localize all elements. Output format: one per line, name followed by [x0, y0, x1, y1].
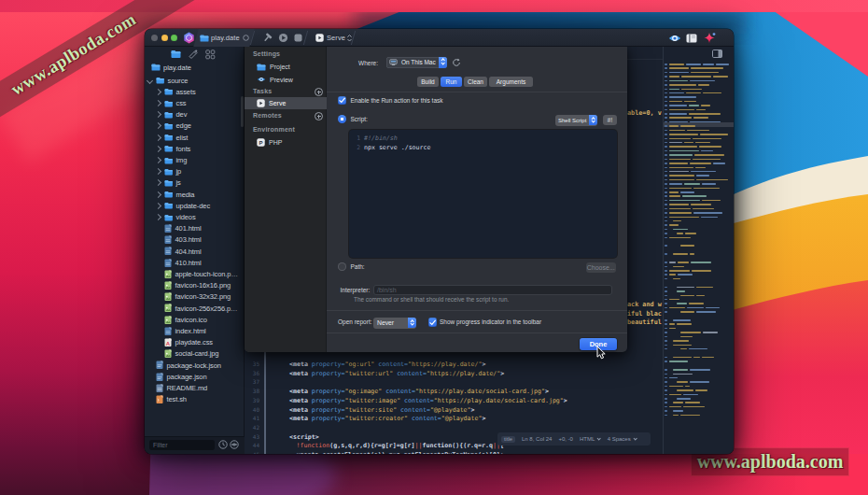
path-radio[interactable]	[338, 262, 347, 272]
sidebar-scrollbar[interactable]	[241, 96, 244, 127]
disclosure-chevron-icon[interactable]	[155, 100, 161, 106]
enable-run-checkbox[interactable]	[338, 96, 347, 106]
disclosure-chevron-icon[interactable]	[155, 146, 161, 152]
tab-clean[interactable]: Clean	[464, 77, 487, 87]
task-phase-tabs: BuildRunCleanArguments	[417, 77, 533, 87]
tree-item-package-json[interactable]: package.json	[145, 371, 247, 382]
tree-item-img[interactable]: img	[145, 154, 256, 165]
tree-item-readme-md[interactable]: README.md	[145, 382, 247, 393]
minimap-line	[692, 270, 711, 272]
script-line: #!/bin/sh	[364, 134, 398, 142]
minimap-line-number	[665, 204, 667, 205]
disclosure-chevron-icon[interactable]	[155, 157, 161, 163]
history-back-icon[interactable]	[219, 64, 225, 70]
language-selector[interactable]: HTML	[580, 436, 601, 442]
environment-item-php[interactable]: P PHP	[245, 136, 327, 148]
minimize-button[interactable]	[161, 35, 168, 41]
indentation-selector[interactable]: 4 Spaces	[608, 436, 637, 442]
tree-item-favicon-16x16-png[interactable]: favicon-16x16.png	[145, 280, 256, 291]
disclosure-chevron-icon[interactable]	[155, 179, 161, 186]
tree-item-410-html[interactable]: 410.html	[145, 257, 256, 268]
pane-switcher-icon[interactable]	[712, 50, 722, 58]
cursor-position[interactable]: Ln 8, Col 24	[522, 436, 552, 442]
tree-item-401-html[interactable]: 401.html	[145, 223, 256, 234]
refresh-icon[interactable]	[452, 58, 461, 67]
tree-item-favicon-32x32-png[interactable]: favicon-32x32.png	[145, 291, 256, 303]
preview-eye-icon[interactable]	[668, 34, 681, 43]
tree-item-favicon-256x256-p-[interactable]: favicon-256x256.p…	[145, 303, 256, 314]
filter-input[interactable]: Filter	[149, 440, 215, 450]
choose-button[interactable]: Choose...	[586, 262, 616, 273]
disclosure-chevron-icon[interactable]	[155, 89, 161, 95]
tree-item-source[interactable]: source	[145, 75, 247, 86]
close-button[interactable]	[151, 35, 158, 41]
secondary-editor-pane[interactable]	[663, 47, 734, 454]
disclosure-chevron-icon[interactable]	[155, 134, 161, 141]
settings-item-project[interactable]: Project	[245, 61, 327, 73]
tree-item-js[interactable]: js	[145, 177, 256, 189]
tree-item-404-html[interactable]: 404.html	[145, 246, 256, 257]
sparkle-new-icon[interactable]	[703, 32, 717, 46]
stop-icon[interactable]	[293, 33, 303, 43]
zoom-button[interactable]	[171, 35, 177, 41]
window-titlebar[interactable]: play.date Serve	[145, 29, 734, 47]
tree-item-css[interactable]: css	[145, 97, 256, 108]
tree-item-media[interactable]: media	[145, 189, 256, 200]
publish-panel-icon[interactable]	[686, 34, 697, 43]
html-file-icon	[164, 247, 172, 256]
disclosure-chevron-icon[interactable]	[155, 168, 161, 175]
visibility-filter-icon[interactable]	[230, 440, 239, 449]
add-task-button[interactable]	[315, 88, 323, 96]
project-row[interactable]: play.date	[145, 61, 245, 73]
symbol-breadcrumb[interactable]: title	[501, 436, 515, 443]
shell-script-dropdown[interactable]: Shell Script	[555, 115, 597, 126]
recent-filter-icon[interactable]	[218, 440, 228, 449]
tree-item-package-lock-json[interactable]: package-lock.json	[145, 360, 247, 371]
where-dropdown[interactable]: On This Mac	[386, 57, 447, 68]
history-forward-icon[interactable]	[232, 64, 238, 70]
tree-item-favicon-ico[interactable]: favicon.ico	[145, 314, 256, 325]
tab-title[interactable]: play.date	[211, 34, 240, 42]
tree-item-assets[interactable]: assets	[145, 86, 256, 97]
disclosure-chevron-icon[interactable]	[155, 203, 161, 209]
settings-item-preview[interactable]: Preview	[245, 74, 327, 86]
build-hammer-icon[interactable]	[262, 33, 273, 43]
tree-item-apple-touch-icon-p-[interactable]: apple-touch-icon.p…	[145, 268, 256, 279]
task-item-serve[interactable]: Serve	[245, 97, 327, 109]
tree-item-fonts[interactable]: fonts	[145, 143, 256, 154]
script-radio[interactable]	[338, 115, 347, 124]
tree-item-videos[interactable]: videos	[145, 211, 256, 222]
add-remote-button[interactable]	[315, 112, 323, 120]
disclosure-chevron-icon[interactable]	[155, 122, 161, 129]
tree-item-jp[interactable]: jp	[145, 166, 256, 177]
tree-item-dev[interactable]: dev	[145, 109, 256, 120]
tree-item-test-sh[interactable]: test.sh	[145, 394, 247, 405]
interpreter-field[interactable]: /bin/sh	[373, 285, 612, 295]
extensions-sidebar-tab-icon[interactable]	[205, 50, 216, 60]
disclosure-chevron-icon[interactable]	[155, 191, 161, 198]
run-play-icon[interactable]	[278, 33, 288, 43]
disclosure-chevron-icon[interactable]	[155, 214, 161, 220]
tab-close-icon[interactable]	[243, 35, 249, 41]
disclosure-chevron-icon[interactable]	[155, 111, 161, 118]
tree-item-elist[interactable]: elist	[145, 132, 256, 143]
tree-item-index-html[interactable]: index.html	[145, 325, 256, 336]
minimap-line	[689, 105, 699, 106]
tree-item-403-html[interactable]: 403.html	[145, 234, 256, 246]
tree-item-edge[interactable]: edge	[145, 120, 256, 132]
interpreter-label: Interpreter:	[341, 287, 371, 293]
shebang-button[interactable]: #!	[603, 115, 617, 125]
tab-build[interactable]: Build	[417, 77, 439, 87]
files-sidebar-tab-icon[interactable]	[171, 50, 181, 59]
tab-run[interactable]: Run	[441, 77, 462, 87]
disclosure-chevron-icon[interactable]	[147, 78, 153, 84]
tree-item-update-dec[interactable]: update-dec	[145, 200, 256, 211]
script-editor[interactable]: 1#!/bin/sh2npx serve ./source	[349, 130, 617, 258]
tab-arguments[interactable]: Arguments	[489, 77, 533, 87]
clips-sidebar-tab-icon[interactable]	[188, 50, 198, 60]
open-report-dropdown[interactable]: Never	[373, 318, 416, 329]
tree-item-social-card-jpg[interactable]: social-card.jpg	[145, 348, 256, 360]
tree-item-playdate-css[interactable]: Aplaydate.css	[145, 337, 256, 348]
show-progress-checkbox[interactable]	[428, 318, 438, 327]
code-token: <meta	[289, 388, 312, 395]
